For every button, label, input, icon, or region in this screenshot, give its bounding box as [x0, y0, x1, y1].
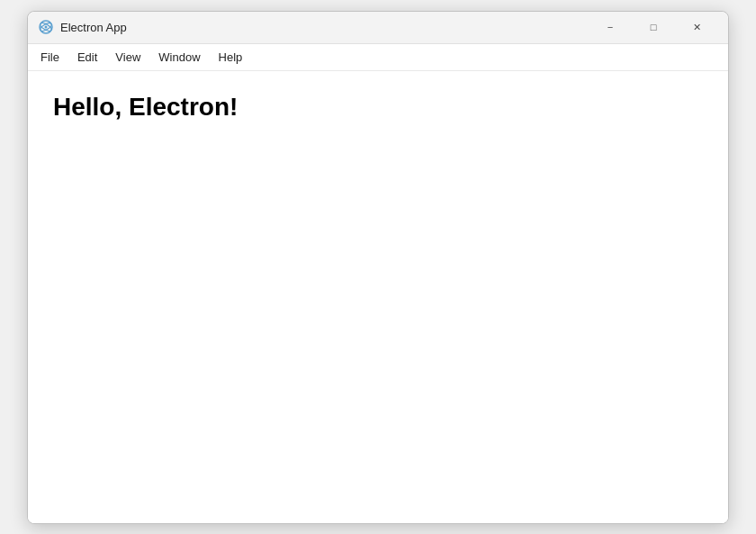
- close-button[interactable]: ✕: [676, 13, 717, 41]
- main-heading: Hello, Electron!: [53, 93, 703, 122]
- title-bar: Electron App − □ ✕: [28, 12, 728, 44]
- window-title: Electron App: [60, 21, 590, 34]
- maximize-button[interactable]: □: [633, 13, 674, 41]
- svg-point-3: [45, 26, 48, 29]
- minimize-button[interactable]: −: [590, 13, 631, 41]
- window-controls: − □ ✕: [590, 13, 717, 41]
- menu-file[interactable]: File: [32, 47, 68, 68]
- menu-edit[interactable]: Edit: [68, 47, 106, 68]
- menu-window[interactable]: Window: [149, 47, 209, 68]
- app-icon: [39, 20, 53, 34]
- menu-help[interactable]: Help: [210, 47, 252, 68]
- menu-view[interactable]: View: [106, 47, 149, 68]
- content-area: Hello, Electron!: [28, 71, 728, 523]
- menu-bar: File Edit View Window Help: [28, 44, 728, 71]
- app-window: Electron App − □ ✕ File Edit View Window…: [27, 11, 729, 524]
